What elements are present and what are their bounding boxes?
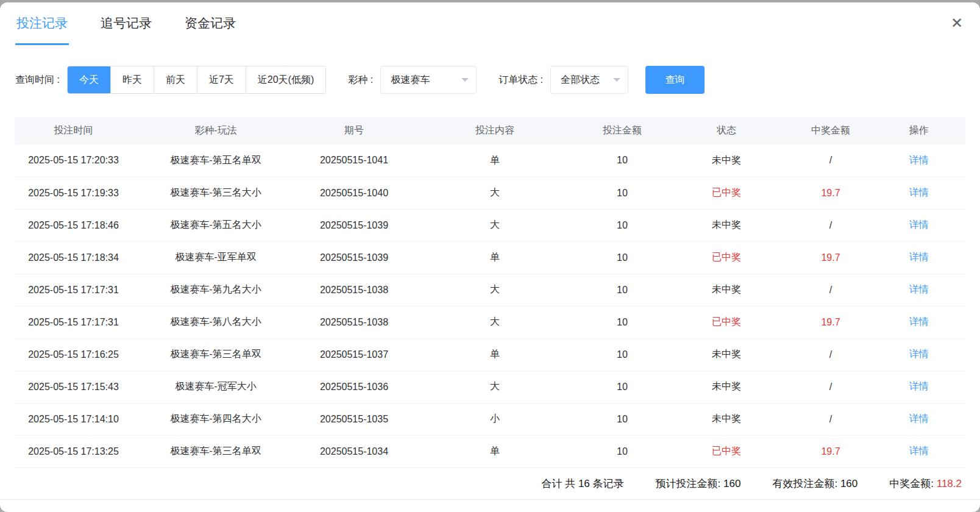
lottery-select[interactable]: 极速赛车 [380, 66, 477, 94]
table-row: 2025-05-15 17:18:46 极速赛车-第五名大小 20250515-… [15, 209, 965, 241]
cell-prize: / [789, 274, 872, 306]
summary-expected-amount: 预计投注金额: 160 [656, 477, 741, 491]
cell-amount: 10 [581, 209, 664, 241]
cell-issue: 20250515-1037 [299, 338, 409, 371]
tab-fund-records[interactable]: 资金记录 [183, 2, 237, 45]
cell-game-play: 极速赛车-亚军单双 [132, 241, 299, 274]
betting-records-modal: 投注记录 追号记录 资金记录 ✕ 查询时间 : 今天 昨天 前天 近7天 近20… [0, 2, 980, 512]
time-option-day-before[interactable]: 前天 [154, 66, 197, 93]
cell-amount: 10 [581, 338, 664, 371]
cell-actions: 详情 [872, 371, 965, 403]
details-link[interactable]: 详情 [909, 381, 929, 391]
cell-status: 未中奖 [664, 403, 789, 435]
col-header-prize: 中奖金额 [789, 117, 872, 144]
table-row: 2025-05-15 17:13:25 极速赛车-第三名单双 20250515-… [15, 435, 965, 468]
summary-valid-amount: 有效投注金额: 160 [772, 477, 857, 491]
cell-content: 单 [409, 338, 581, 371]
cell-issue: 20250515-1035 [299, 403, 409, 435]
details-link[interactable]: 详情 [909, 349, 929, 359]
cell-actions: 详情 [872, 177, 965, 209]
details-link[interactable]: 详情 [909, 252, 929, 262]
table-row: 2025-05-15 17:17:31 极速赛车-第八名大小 20250515-… [15, 306, 965, 338]
cell-game-play: 极速赛车-第三名单双 [132, 338, 299, 371]
summary-valid-label: 有效投注金额: [772, 478, 837, 489]
cell-amount: 10 [581, 274, 664, 306]
cell-bet-time: 2025-05-15 17:13:25 [15, 435, 132, 468]
cell-prize: 19.7 [789, 241, 872, 274]
cell-bet-time: 2025-05-15 17:14:10 [15, 403, 132, 435]
col-header-content: 投注内容 [409, 117, 581, 144]
time-filter-label: 查询时间 : [15, 74, 60, 87]
summary-valid-value: 160 [840, 478, 857, 489]
cell-content: 大 [409, 274, 581, 306]
table-row: 2025-05-15 17:19:33 极速赛车-第三名大小 20250515-… [15, 177, 965, 209]
details-link[interactable]: 详情 [909, 219, 929, 230]
cell-bet-time: 2025-05-15 17:17:31 [15, 306, 132, 338]
summary-expected-label: 预计投注金额: [656, 478, 721, 489]
cell-amount: 10 [581, 306, 664, 338]
col-header-status: 状态 [664, 117, 789, 144]
cell-content: 单 [409, 144, 581, 177]
cell-amount: 10 [581, 403, 664, 435]
cell-prize: 19.7 [789, 306, 872, 338]
details-link[interactable]: 详情 [909, 446, 929, 456]
cell-amount: 10 [581, 241, 664, 274]
details-link[interactable]: 详情 [909, 316, 929, 327]
tab-chase-records[interactable]: 追号记录 [99, 2, 153, 45]
details-link[interactable]: 详情 [909, 284, 929, 294]
filter-row: 查询时间 : 今天 昨天 前天 近7天 近20天(低频) 彩种 : 极速赛车 订… [15, 66, 980, 94]
cell-game-play: 极速赛车-第五名大小 [132, 209, 299, 241]
cell-status: 已中奖 [664, 177, 789, 209]
cell-actions: 详情 [872, 274, 965, 306]
cell-bet-time: 2025-05-15 17:20:33 [15, 144, 132, 177]
cell-actions: 详情 [872, 435, 965, 468]
order-status-select-label: 订单状态 : [499, 74, 543, 87]
cell-prize: / [789, 338, 872, 371]
cell-game-play: 极速赛车-第八名大小 [132, 306, 299, 338]
order-status-select[interactable]: 全部状态 [550, 66, 628, 94]
cell-prize: 19.7 [789, 435, 872, 468]
order-status-select-value: 全部状态 [561, 74, 600, 87]
col-header-game-play: 彩种-玩法 [132, 117, 299, 144]
time-option-last-7-days[interactable]: 近7天 [197, 66, 246, 93]
cell-bet-time: 2025-05-15 17:18:34 [15, 241, 132, 274]
close-icon[interactable]: ✕ [951, 16, 963, 30]
details-link[interactable]: 详情 [909, 413, 929, 424]
cell-game-play: 极速赛车-第五名单双 [132, 144, 299, 177]
lottery-select-label: 彩种 : [348, 74, 373, 87]
cell-content: 大 [409, 177, 581, 209]
cell-prize: / [789, 371, 872, 403]
cell-prize: / [789, 209, 872, 241]
time-option-yesterday[interactable]: 昨天 [110, 66, 154, 93]
col-header-issue: 期号 [299, 117, 409, 144]
cell-status: 已中奖 [664, 306, 789, 338]
cell-amount: 10 [581, 435, 664, 468]
cell-actions: 详情 [872, 306, 965, 338]
time-filter-group: 今天 昨天 前天 近7天 近20天(低频) [67, 66, 326, 94]
tab-betting-records[interactable]: 投注记录 [15, 2, 69, 45]
summary-bar: 合计 共 16 条记录 预计投注金额: 160 有效投注金额: 160 中奖金额… [0, 468, 980, 500]
cell-content: 单 [409, 435, 581, 468]
summary-total-records: 合计 共 16 条记录 [541, 477, 623, 491]
details-link[interactable]: 详情 [909, 155, 929, 165]
time-option-last-20-days[interactable]: 近20天(低频) [246, 66, 325, 93]
col-header-bet-time: 投注时间 [15, 117, 132, 144]
summary-prize-value: 118.2 [937, 478, 962, 489]
cell-bet-time: 2025-05-15 17:17:31 [15, 274, 132, 306]
cell-status: 未中奖 [664, 338, 789, 371]
cell-amount: 10 [581, 371, 664, 403]
cell-actions: 详情 [872, 241, 965, 274]
cell-status: 未中奖 [664, 144, 789, 177]
cell-game-play: 极速赛车-第三名大小 [132, 177, 299, 209]
cell-game-play: 极速赛车-第三名单双 [132, 435, 299, 468]
cell-game-play: 极速赛车-第四名大小 [132, 403, 299, 435]
col-header-amount: 投注金额 [581, 117, 664, 144]
table-row: 2025-05-15 17:14:10 极速赛车-第四名大小 20250515-… [15, 403, 965, 435]
summary-prize-amount: 中奖金额: 118.2 [889, 477, 962, 491]
time-option-today[interactable]: 今天 [68, 66, 110, 93]
details-link[interactable]: 详情 [909, 187, 929, 197]
cell-content: 大 [409, 306, 581, 338]
search-button[interactable]: 查询 [645, 66, 705, 94]
chevron-down-icon [461, 78, 469, 82]
cell-content: 大 [409, 371, 581, 403]
